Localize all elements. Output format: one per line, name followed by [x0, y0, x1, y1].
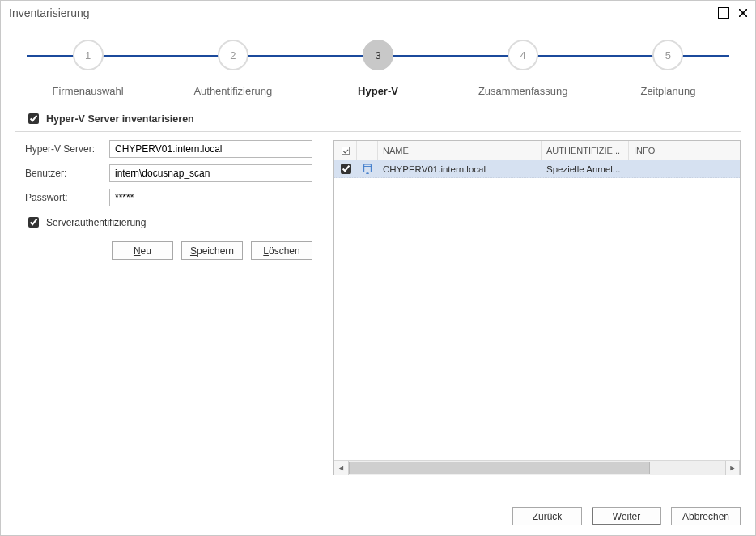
server-icon [357, 160, 378, 177]
scroll-track[interactable] [349, 461, 725, 475]
scroll-thumb[interactable] [349, 462, 650, 474]
wizard-step-3[interactable]: 3 Hyper-V [305, 40, 450, 97]
wizard-step-2[interactable]: 2 Authentifizierung [160, 40, 305, 97]
step-number: 2 [218, 40, 248, 70]
serverauth-label: Serverauthentifizierung [46, 217, 146, 228]
next-button[interactable]: Weiter [592, 507, 661, 525]
inventory-toggle-row: Hyper-V Server inventarisieren [25, 111, 741, 126]
row-name: CHYPERV01.intern.local [378, 160, 542, 177]
maximize-icon[interactable] [718, 7, 729, 19]
wizard-step-1[interactable]: 1 Firmenauswahl [15, 40, 160, 97]
step-label: Firmenauswahl [53, 85, 124, 97]
step-label: Zusammenfassung [478, 85, 568, 97]
wizard-footer: Zurück Weiter Abbrechen [512, 507, 741, 525]
row-checkbox[interactable] [341, 164, 351, 174]
step-number: 3 [363, 40, 393, 70]
password-input[interactable] [109, 189, 312, 206]
password-label: Passwort: [25, 192, 109, 203]
user-input[interactable] [109, 164, 312, 182]
delete-button[interactable]: Löschen [251, 241, 312, 260]
server-grid-container: NAME AUTHENTIFIZIE... INFO CHYPE [333, 140, 741, 475]
step-number: 1 [73, 40, 104, 70]
header-name[interactable]: NAME [378, 141, 542, 160]
header-info[interactable]: INFO [629, 141, 740, 160]
row-info [629, 160, 740, 177]
scroll-right-icon[interactable]: ► [725, 461, 740, 475]
close-icon[interactable] [737, 7, 749, 19]
step-label: Zeitplanung [640, 85, 695, 97]
header-auth[interactable]: AUTHENTIFIZIE... [542, 141, 629, 160]
table-row[interactable]: CHYPERV01.intern.local Spezielle Anmel..… [334, 160, 740, 178]
window-title: Inventarisierung [9, 6, 90, 19]
header-icon-col [357, 141, 378, 160]
grid-body: CHYPERV01.intern.local Spezielle Anmel..… [334, 160, 740, 460]
step-number: 4 [508, 40, 538, 70]
server-label: Hyper-V Server: [25, 143, 109, 155]
wizard-steps: 1 Firmenauswahl 2 Authentifizierung 3 Hy… [15, 32, 741, 104]
user-label: Benutzer: [25, 168, 109, 179]
step-label: Hyper-V [358, 85, 398, 97]
svg-rect-2 [364, 164, 372, 172]
grid-hscrollbar[interactable]: ◄ ► [334, 460, 740, 474]
titlebar: Inventarisierung [1, 1, 755, 25]
server-form: Hyper-V Server: Benutzer: Passwort: Serv… [25, 140, 312, 475]
header-checkbox[interactable] [334, 141, 357, 160]
inventory-label: Hyper-V Server inventarisieren [46, 113, 194, 125]
inventory-checkbox[interactable] [28, 113, 39, 124]
wizard-step-4[interactable]: 4 Zusammenfassung [451, 40, 596, 97]
scroll-left-icon[interactable]: ◄ [334, 461, 349, 475]
server-input[interactable] [109, 140, 312, 158]
separator [15, 131, 741, 132]
server-grid: NAME AUTHENTIFIZIE... INFO CHYPE [333, 140, 741, 475]
window-controls [718, 7, 749, 19]
grid-header: NAME AUTHENTIFIZIE... INFO [334, 141, 740, 160]
step-number: 5 [652, 40, 683, 70]
row-auth: Spezielle Anmel... [542, 160, 629, 177]
new-button[interactable]: Neu [112, 241, 173, 260]
save-button[interactable]: Speichern [181, 241, 243, 260]
back-button[interactable]: Zurück [512, 507, 582, 525]
cancel-button[interactable]: Abbrechen [671, 507, 741, 525]
serverauth-checkbox[interactable] [28, 217, 39, 228]
wizard-step-5[interactable]: 5 Zeitplanung [596, 40, 741, 97]
step-label: Authentifizierung [193, 85, 272, 97]
